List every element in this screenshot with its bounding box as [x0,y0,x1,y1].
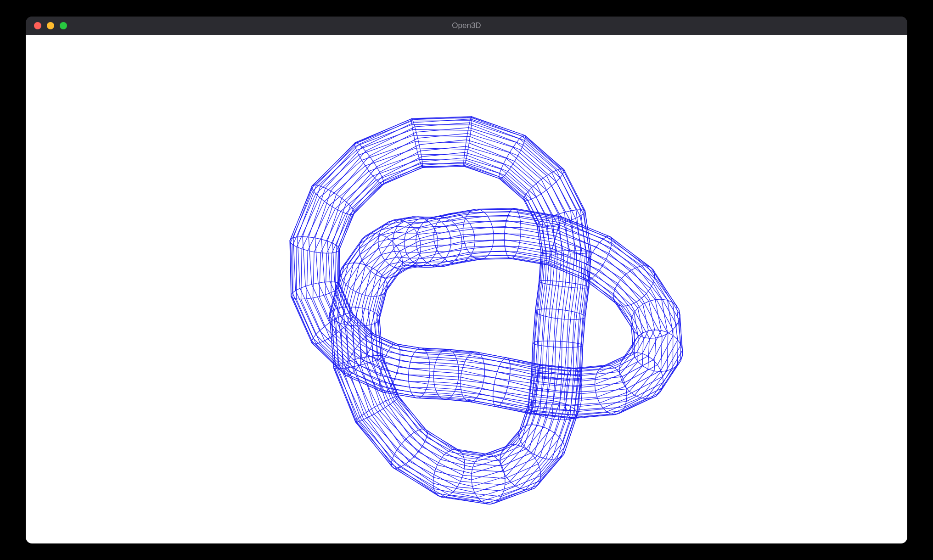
close-icon[interactable] [34,22,41,29]
minimize-icon[interactable] [47,22,54,29]
3d-viewport[interactable] [26,35,907,543]
window-title: Open3D [26,21,907,30]
zoom-icon[interactable] [60,22,67,29]
app-window: Open3D [26,17,907,543]
window-titlebar[interactable]: Open3D [26,17,907,35]
traffic-lights [34,22,67,29]
wireframe-render [26,35,907,543]
